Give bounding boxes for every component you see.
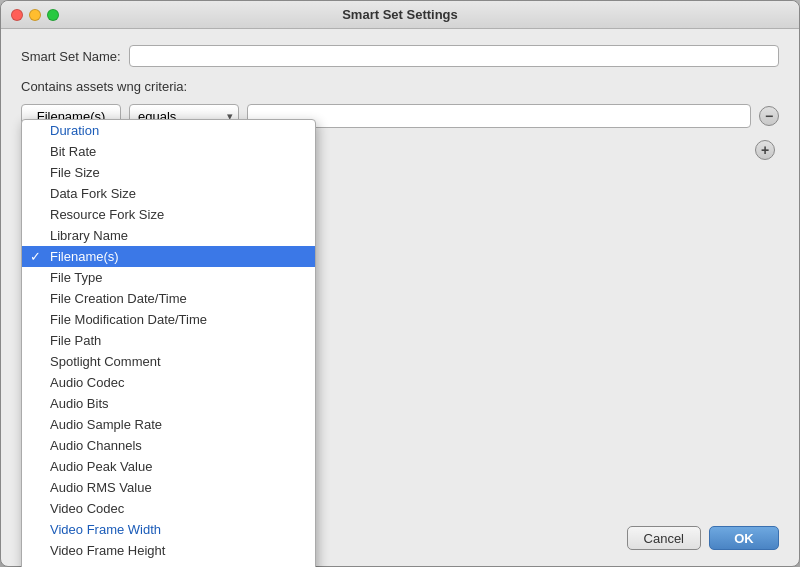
criteria-value-input[interactable] — [247, 104, 751, 128]
menu-item-video-codec[interactable]: Video Codec — [22, 498, 315, 519]
menu-item-file-modification-date-time[interactable]: File Modification Date/Time — [22, 309, 315, 330]
menu-item-library-name[interactable]: Library Name — [22, 225, 315, 246]
menu-item-resource-fork-size[interactable]: Resource Fork Size — [22, 204, 315, 225]
menu-item-label: Library Name — [50, 228, 128, 243]
menu-item-spotlight-comment[interactable]: Spotlight Comment — [22, 351, 315, 372]
menu-item-label: Audio Peak Value — [50, 459, 152, 474]
menu-item-audio-channels[interactable]: Audio Channels — [22, 435, 315, 456]
menu-item-file-size[interactable]: File Size — [22, 162, 315, 183]
menu-item-video-frame-rate[interactable]: Video Frame Rate — [22, 561, 315, 567]
menu-item-label: Duration — [50, 123, 99, 138]
menu-item-audio-rms-value[interactable]: Audio RMS Value — [22, 477, 315, 498]
menu-item-video-frame-height[interactable]: Video Frame Height — [22, 540, 315, 561]
menu-item-label: Data Fork Size — [50, 186, 136, 201]
dialog-title: Smart Set Settings — [342, 7, 458, 22]
contains-label: Contains assets w — [21, 79, 127, 94]
menu-item-label: Bit Rate — [50, 144, 96, 159]
menu-item-label: Audio Sample Rate — [50, 417, 162, 432]
dialog-body: Smart Set Name: Contains assets w ng cri… — [1, 29, 799, 514]
menu-item-label: File Creation Date/Time — [50, 291, 187, 306]
menu-item-data-fork-size[interactable]: Data Fork Size — [22, 183, 315, 204]
ok-button[interactable]: OK — [709, 526, 779, 550]
add-criteria-button[interactable]: + — [755, 140, 775, 160]
smart-set-dialog: Smart Set Settings Smart Set Name: Conta… — [0, 0, 800, 567]
close-button[interactable] — [11, 9, 23, 21]
name-row: Smart Set Name: — [21, 45, 779, 67]
name-label: Smart Set Name: — [21, 49, 121, 64]
minimize-button[interactable] — [29, 9, 41, 21]
maximize-button[interactable] — [47, 9, 59, 21]
criteria-label: ng criteria: — [127, 79, 188, 94]
menu-item-label: Resource Fork Size — [50, 207, 164, 222]
name-input[interactable] — [129, 45, 779, 67]
menu-item-audio-sample-rate[interactable]: Audio Sample Rate — [22, 414, 315, 435]
menu-item-bit-rate[interactable]: Bit Rate — [22, 141, 315, 162]
title-bar: Smart Set Settings — [1, 1, 799, 29]
menu-item-label: Audio RMS Value — [50, 480, 152, 495]
menu-item-label: Audio Bits — [50, 396, 109, 411]
menu-item-label: Spotlight Comment — [50, 354, 161, 369]
menu-item-audio-bits[interactable]: Audio Bits — [22, 393, 315, 414]
window-buttons — [11, 9, 59, 21]
remove-criteria-button[interactable]: − — [759, 106, 779, 126]
menu-item-file-path[interactable]: File Path — [22, 330, 315, 351]
menu-item-video-frame-width[interactable]: Video Frame Width — [22, 519, 315, 540]
menu-item-label: Video Frame Height — [50, 543, 165, 558]
menu-item-file-type[interactable]: File Type — [22, 267, 315, 288]
menu-item-label: Audio Codec — [50, 375, 124, 390]
menu-item-label: File Modification Date/Time — [50, 312, 207, 327]
menu-item-duration[interactable]: Duration — [22, 120, 315, 141]
menu-item-label: Audio Channels — [50, 438, 142, 453]
menu-item-label: File Path — [50, 333, 101, 348]
criteria-dropdown: DurationBit RateFile SizeData Fork SizeR… — [21, 119, 316, 567]
menu-item-label: File Type — [50, 270, 103, 285]
menu-item-label: Filename(s) — [50, 249, 119, 264]
menu-item-audio-codec[interactable]: Audio Codec — [22, 372, 315, 393]
menu-item-filename-s-[interactable]: Filename(s) — [22, 246, 315, 267]
menu-item-file-creation-date-time[interactable]: File Creation Date/Time — [22, 288, 315, 309]
contains-row: Contains assets w ng criteria: — [21, 79, 779, 94]
menu-item-label: Video Codec — [50, 501, 124, 516]
menu-item-label: Video Frame Width — [50, 522, 161, 537]
cancel-button[interactable]: Cancel — [627, 526, 701, 550]
menu-item-label: File Size — [50, 165, 100, 180]
menu-item-audio-peak-value[interactable]: Audio Peak Value — [22, 456, 315, 477]
